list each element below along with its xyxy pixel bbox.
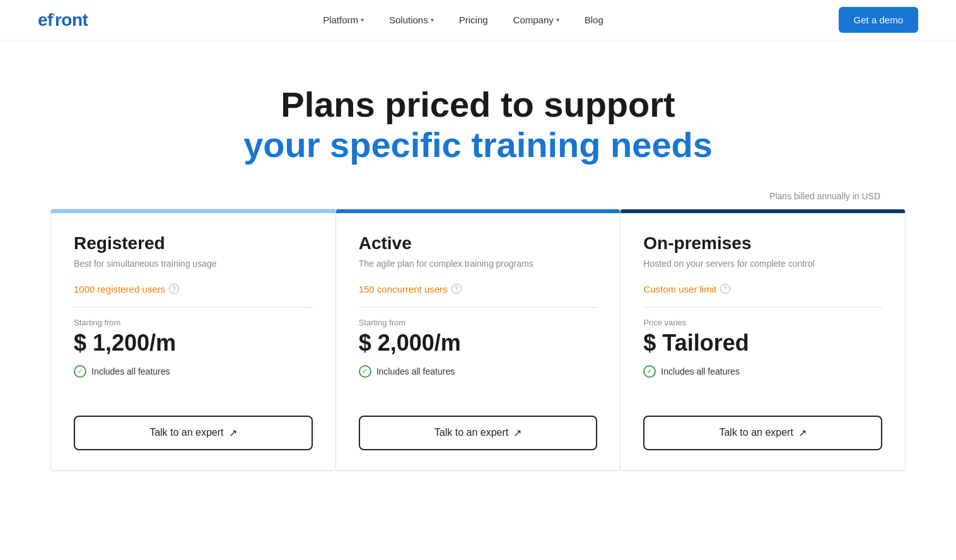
logo[interactable]: ef•ront bbox=[38, 10, 88, 30]
plan-name-on-premises: On-premises bbox=[643, 233, 882, 254]
chevron-down-icon: ▾ bbox=[361, 16, 364, 23]
card-footer-registered: Talk to an expert ↗ bbox=[51, 403, 335, 470]
nav-item-solutions[interactable]: Solutions ▾ bbox=[379, 9, 444, 30]
plan-name-active: Active bbox=[359, 233, 598, 254]
billing-note: Plans billed annually in USD bbox=[0, 191, 956, 209]
starting-from-on-premises: Price varies bbox=[643, 318, 882, 327]
check-icon-registered: ✓ bbox=[74, 365, 86, 378]
arrow-icon: ↗ bbox=[513, 427, 522, 439]
plan-card-active: Active The agile plan for complex traini… bbox=[335, 209, 621, 471]
plan-body-active: Active The agile plan for complex traini… bbox=[336, 213, 621, 403]
get-demo-button[interactable]: Get a demo bbox=[839, 7, 918, 33]
site-header: ef•ront Platform ▾ Solutions ▾ Pricing C… bbox=[0, 0, 956, 40]
talk-button-registered[interactable]: Talk to an expert ↗ bbox=[74, 416, 313, 450]
pricing-cards: Registered Best for simultaneous trainin… bbox=[0, 209, 956, 509]
divider bbox=[643, 307, 882, 308]
main-nav: Platform ▾ Solutions ▾ Pricing Company ▾… bbox=[313, 9, 614, 30]
starting-from-active: Starting from bbox=[359, 318, 598, 327]
card-footer-active: Talk to an expert ↗ bbox=[336, 403, 621, 470]
hero-section: Plans priced to support your specific tr… bbox=[0, 40, 956, 191]
info-icon-registered[interactable]: ? bbox=[169, 284, 179, 294]
plan-price-registered: $ 1,200/m bbox=[74, 330, 313, 356]
plan-card-on-premises: On-premises Hosted on your servers for c… bbox=[620, 209, 906, 471]
plan-card-registered: Registered Best for simultaneous trainin… bbox=[50, 209, 336, 471]
nav-item-platform[interactable]: Platform ▾ bbox=[313, 9, 374, 30]
nav-item-pricing[interactable]: Pricing bbox=[449, 9, 498, 30]
arrow-icon: ↗ bbox=[798, 427, 807, 439]
talk-button-active[interactable]: Talk to an expert ↗ bbox=[359, 416, 598, 450]
hero-heading: Plans priced to support your specific tr… bbox=[38, 85, 918, 166]
arrow-icon: ↗ bbox=[229, 427, 237, 439]
divider bbox=[74, 307, 313, 308]
plan-price-on-premises: $ Tailored bbox=[643, 330, 882, 356]
plan-users-active: 150 concurrent users ? bbox=[359, 284, 598, 295]
plan-desc-registered: Best for simultaneous training usage bbox=[74, 259, 313, 269]
chevron-down-icon: ▾ bbox=[431, 16, 434, 23]
plan-price-active: $ 2,000/m bbox=[359, 330, 598, 356]
plan-users-on-premises: Custom user limit ? bbox=[643, 284, 882, 295]
info-icon-on-premises[interactable]: ? bbox=[720, 284, 730, 294]
plan-users-registered: 1000 registered users ? bbox=[74, 284, 313, 295]
features-on-premises: ✓ Includes all features bbox=[643, 365, 882, 378]
features-registered: ✓ Includes all features bbox=[74, 365, 313, 378]
starting-from-registered: Starting from bbox=[74, 318, 313, 327]
chevron-down-icon: ▾ bbox=[556, 16, 559, 23]
divider bbox=[359, 307, 598, 308]
plan-name-registered: Registered bbox=[74, 233, 313, 254]
features-active: ✓ Includes all features bbox=[359, 365, 598, 378]
plan-desc-on-premises: Hosted on your servers for complete cont… bbox=[643, 259, 882, 269]
plan-body-on-premises: On-premises Hosted on your servers for c… bbox=[621, 213, 905, 403]
plan-desc-active: The agile plan for complex training prog… bbox=[359, 259, 598, 269]
nav-item-blog[interactable]: Blog bbox=[574, 9, 614, 30]
card-footer-on-premises: Talk to an expert ↗ bbox=[621, 403, 905, 470]
talk-button-on-premises[interactable]: Talk to an expert ↗ bbox=[643, 416, 882, 450]
check-icon-on-premises: ✓ bbox=[643, 365, 656, 378]
info-icon-active[interactable]: ? bbox=[452, 284, 462, 294]
plan-body-registered: Registered Best for simultaneous trainin… bbox=[51, 213, 335, 403]
check-icon-active: ✓ bbox=[359, 365, 371, 378]
nav-item-company[interactable]: Company ▾ bbox=[503, 9, 569, 30]
